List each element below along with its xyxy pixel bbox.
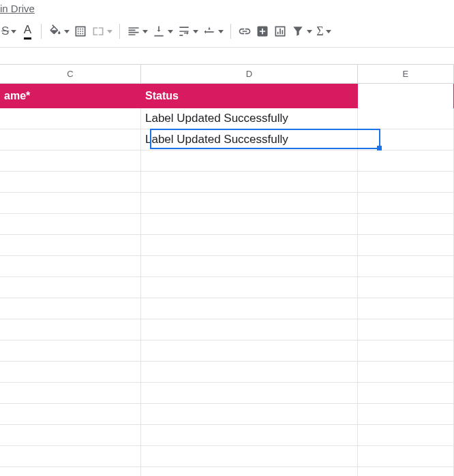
insert-comment-button[interactable] xyxy=(254,22,271,40)
horizontal-align-button[interactable] xyxy=(125,22,149,40)
cell[interactable] xyxy=(0,129,141,150)
text-rotation-icon xyxy=(202,25,216,38)
cell[interactable] xyxy=(0,298,141,319)
cell[interactable]: Label Updated Successfully xyxy=(141,108,358,129)
borders-button[interactable] xyxy=(72,22,89,40)
cell[interactable] xyxy=(358,193,454,213)
paint-bucket-icon xyxy=(48,25,62,38)
cell[interactable] xyxy=(0,256,141,276)
cell[interactable] xyxy=(358,108,454,129)
cell[interactable] xyxy=(0,277,141,298)
cell[interactable] xyxy=(358,256,454,276)
toolbar-separator xyxy=(230,24,231,39)
cell[interactable] xyxy=(0,319,141,340)
table-row xyxy=(0,235,454,256)
toolbar-separator xyxy=(41,24,42,39)
insert-chart-button[interactable] xyxy=(272,22,288,40)
cell[interactable] xyxy=(0,214,141,234)
functions-button[interactable]: Σ xyxy=(315,22,332,40)
sigma-icon: Σ xyxy=(316,25,323,39)
cell[interactable] xyxy=(141,383,358,403)
cell[interactable] xyxy=(358,235,454,255)
cell[interactable] xyxy=(141,172,358,192)
table-row: Label Updated Successfully xyxy=(0,129,454,150)
cell[interactable] xyxy=(141,362,358,382)
table-row xyxy=(0,298,454,319)
cell[interactable] xyxy=(141,467,358,476)
chevron-down-icon xyxy=(326,30,331,33)
cell[interactable] xyxy=(141,319,358,340)
cell[interactable] xyxy=(358,467,454,476)
cell[interactable] xyxy=(358,298,454,319)
header-cell-empty[interactable] xyxy=(358,84,454,108)
filter-icon xyxy=(291,25,305,38)
cell[interactable] xyxy=(141,235,358,255)
chevron-down-icon xyxy=(307,30,312,33)
borders-icon xyxy=(74,25,87,38)
header-cell-status[interactable]: Status xyxy=(141,84,358,108)
header-cell-name[interactable]: ame* xyxy=(0,84,141,108)
table-row xyxy=(0,214,454,235)
merge-cells-button[interactable] xyxy=(90,22,114,40)
cell[interactable] xyxy=(141,150,358,171)
cell[interactable] xyxy=(0,193,141,213)
filter-button[interactable] xyxy=(290,22,314,40)
cell[interactable] xyxy=(358,425,454,445)
text-color-button[interactable]: A xyxy=(19,22,35,40)
cell[interactable] xyxy=(0,172,141,192)
fill-color-button[interactable] xyxy=(47,22,71,40)
cell[interactable] xyxy=(358,340,454,361)
cell[interactable] xyxy=(141,256,358,276)
cell[interactable] xyxy=(141,298,358,319)
cell[interactable] xyxy=(358,150,454,171)
cell[interactable] xyxy=(141,193,358,213)
cell[interactable] xyxy=(358,446,454,466)
table-row xyxy=(0,256,454,277)
chevron-down-icon xyxy=(107,30,112,33)
chevron-down-icon xyxy=(193,30,198,33)
cell[interactable] xyxy=(0,362,141,382)
column-header-c[interactable]: C xyxy=(0,65,141,83)
column-header-d[interactable]: D xyxy=(141,65,358,83)
cell[interactable] xyxy=(358,319,454,340)
cell[interactable]: Label Updated Successfully xyxy=(141,129,358,150)
cell[interactable] xyxy=(141,425,358,445)
cell[interactable] xyxy=(0,446,141,466)
cell[interactable] xyxy=(0,425,141,445)
cell[interactable] xyxy=(358,172,454,192)
header-row: ame* Status xyxy=(0,84,454,108)
cell[interactable] xyxy=(358,362,454,382)
cell[interactable] xyxy=(0,235,141,255)
cell[interactable] xyxy=(0,340,141,361)
strikethrough-icon: S xyxy=(1,25,9,38)
merge-icon xyxy=(91,25,105,38)
table-row xyxy=(0,150,454,172)
cell[interactable] xyxy=(0,108,141,129)
cell[interactable] xyxy=(0,467,141,476)
cell[interactable] xyxy=(0,150,141,171)
cell[interactable] xyxy=(358,129,454,150)
cell[interactable] xyxy=(0,404,141,424)
cell[interactable] xyxy=(141,214,358,234)
data-rows: Label Updated Successfully Label Updated… xyxy=(0,108,454,476)
insert-link-button[interactable] xyxy=(237,22,253,40)
chart-icon xyxy=(273,25,287,38)
cell[interactable] xyxy=(141,277,358,298)
cell[interactable] xyxy=(358,277,454,298)
cell[interactable] xyxy=(358,383,454,403)
chevron-down-icon xyxy=(218,30,224,33)
vertical-align-button[interactable] xyxy=(151,22,175,40)
text-rotation-button[interactable] xyxy=(201,22,225,40)
cell[interactable] xyxy=(358,214,454,234)
text-wrap-button[interactable] xyxy=(176,22,200,40)
table-row xyxy=(0,425,454,446)
cell[interactable] xyxy=(141,446,358,466)
cell[interactable] xyxy=(0,383,141,403)
cell[interactable] xyxy=(141,404,358,424)
cell[interactable] xyxy=(358,404,454,424)
drive-location-link[interactable]: in Drive xyxy=(0,0,454,16)
vertical-align-icon xyxy=(152,25,166,38)
strikethrough-button[interactable]: S xyxy=(0,22,18,40)
column-header-e[interactable]: E xyxy=(358,65,454,83)
cell[interactable] xyxy=(141,340,358,361)
